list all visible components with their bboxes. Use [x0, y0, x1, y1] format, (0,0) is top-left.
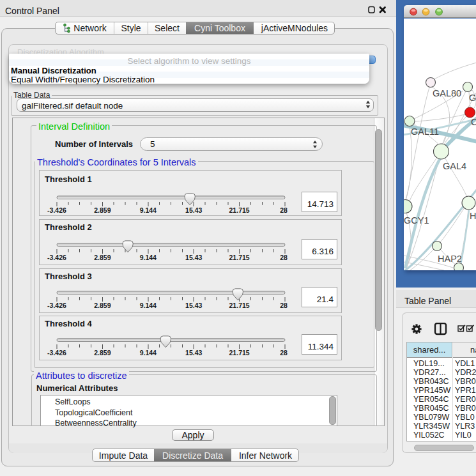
- svg-text:28: 28: [280, 349, 288, 357]
- svg-text:9.144: 9.144: [140, 349, 157, 357]
- svg-text:15.43: 15.43: [185, 206, 202, 214]
- svg-text:GAL11: GAL11: [411, 127, 439, 137]
- svg-text:15.43: 15.43: [185, 254, 202, 261]
- svg-text:28: 28: [280, 206, 288, 214]
- svg-text:H: H: [470, 211, 476, 221]
- svg-text:21.715: 21.715: [229, 254, 250, 261]
- svg-text:-3.426: -3.426: [47, 206, 66, 214]
- svg-text:2.859: 2.859: [94, 349, 111, 357]
- svg-text:2.859: 2.859: [94, 206, 111, 214]
- svg-text:9.144: 9.144: [140, 206, 157, 214]
- svg-text:HAP2: HAP2: [438, 254, 462, 264]
- svg-text:2.859: 2.859: [94, 254, 111, 261]
- svg-text:28: 28: [280, 254, 288, 261]
- svg-text:-3.426: -3.426: [47, 302, 66, 309]
- svg-text:GCY1: GCY1: [404, 215, 429, 226]
- svg-text:GAL80: GAL80: [433, 88, 461, 98]
- svg-text:C: C: [471, 117, 476, 127]
- svg-text:15.43: 15.43: [185, 349, 202, 357]
- svg-text:GAL4: GAL4: [443, 161, 466, 171]
- svg-text:-3.426: -3.426: [47, 349, 66, 357]
- svg-text:GA: GA: [469, 93, 476, 103]
- svg-text:21.715: 21.715: [229, 349, 250, 357]
- svg-text:9.144: 9.144: [140, 302, 157, 309]
- svg-text:28: 28: [280, 302, 288, 309]
- svg-text:21.715: 21.715: [229, 302, 250, 309]
- svg-text:9.144: 9.144: [140, 254, 157, 261]
- svg-text:-3.426: -3.426: [47, 254, 66, 261]
- svg-text:21.715: 21.715: [229, 206, 250, 214]
- svg-text:2.859: 2.859: [94, 302, 111, 309]
- svg-text:15.43: 15.43: [185, 302, 202, 309]
